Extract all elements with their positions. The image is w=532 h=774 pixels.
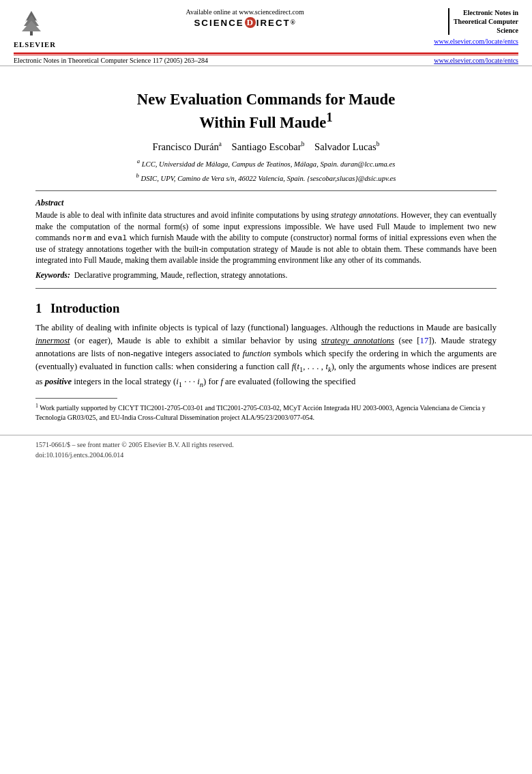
header-left: ELSEVIER bbox=[14, 8, 56, 48]
journal-ref: Electronic Notes in Theoretical Computer… bbox=[14, 57, 208, 64]
section-1-body: The ability of dealing with infinite obj… bbox=[35, 321, 497, 390]
author-3: Salvador Lucasb bbox=[314, 141, 379, 152]
abstract-divider-bottom bbox=[35, 288, 497, 289]
abstract-divider-top bbox=[35, 190, 497, 191]
author-2: Santiago Escobarb bbox=[232, 141, 305, 152]
footnote-1: 1 Work partially supported by CICYT TIC2… bbox=[35, 402, 497, 422]
authors-line: Francisco Durána Santiago Escobarb Salva… bbox=[35, 139, 497, 154]
bottom-text-1: 1571-0661/$ – see front matter © 2005 El… bbox=[35, 440, 497, 450]
abstract-label: Abstract bbox=[35, 198, 497, 208]
abstract-text: Maude is able to deal with infinite data… bbox=[35, 210, 497, 266]
keywords-line: Keywords: Declarative programming, Maude… bbox=[35, 270, 497, 281]
affiliation-b: b DSIC, UPV, Camino de Vera s/n, 46022 V… bbox=[35, 171, 497, 184]
author-1: Francisco Durána bbox=[152, 141, 221, 152]
elsevier-logo-icon bbox=[14, 8, 49, 38]
bottom-bar: 1571-0661/$ – see front matter © 2005 El… bbox=[0, 435, 532, 464]
title-footnote: 1 bbox=[326, 110, 332, 124]
abstract-section: Abstract Maude is able to deal with infi… bbox=[35, 198, 497, 281]
header-right: Electronic Notes inTheoretical ComputerS… bbox=[434, 8, 518, 45]
journal-url[interactable]: www.elsevier.com/locate/entcs bbox=[434, 38, 518, 45]
header: ELSEVIER Available online at www.science… bbox=[0, 0, 532, 53]
journal-url2[interactable]: www.elsevier.com/locate/entcs bbox=[434, 57, 518, 64]
footnote-1-sup: 1 bbox=[35, 403, 38, 409]
elsevier-wordmark: ELSEVIER bbox=[14, 41, 56, 48]
available-online-text: Available online at www.sciencedirect.co… bbox=[186, 8, 304, 16]
footnote-divider bbox=[35, 398, 117, 399]
header-center: Available online at www.sciencedirect.co… bbox=[56, 8, 434, 28]
journal-info-bar: Electronic Notes in Theoretical Computer… bbox=[0, 55, 532, 66]
section-1-number: 1 bbox=[35, 301, 42, 315]
paper-title: New Evaluation Commands for Maude Within… bbox=[35, 89, 497, 132]
journal-title: Electronic Notes inTheoretical ComputerS… bbox=[448, 8, 518, 35]
elsevier-label: ELSEVIER bbox=[14, 41, 56, 48]
footnote-1-text: Work partially supported by CICYT TIC200… bbox=[35, 404, 486, 421]
red-rule-top bbox=[14, 53, 518, 54]
affiliation-a: a LCC, Universidad de Málaga, Campus de … bbox=[35, 157, 497, 169]
circle-d-icon: D bbox=[245, 17, 256, 28]
section-1-heading: 1 Introduction bbox=[35, 301, 497, 316]
main-content: New Evaluation Commands for Maude Within… bbox=[0, 66, 532, 435]
sciencedirect-logo: SCIENCE D IRECT ® bbox=[194, 17, 295, 28]
section-1-title: Introduction bbox=[50, 301, 119, 315]
bottom-text-2: doi:10.1016/j.entcs.2004.06.014 bbox=[35, 450, 497, 460]
page: ELSEVIER Available online at www.science… bbox=[0, 0, 532, 774]
